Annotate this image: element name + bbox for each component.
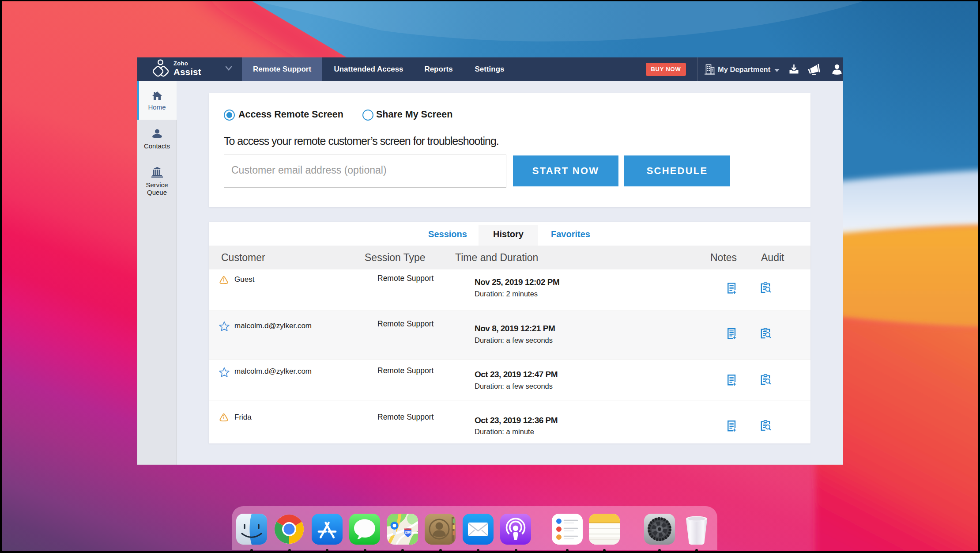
svg-text:280: 280 [404,530,411,534]
